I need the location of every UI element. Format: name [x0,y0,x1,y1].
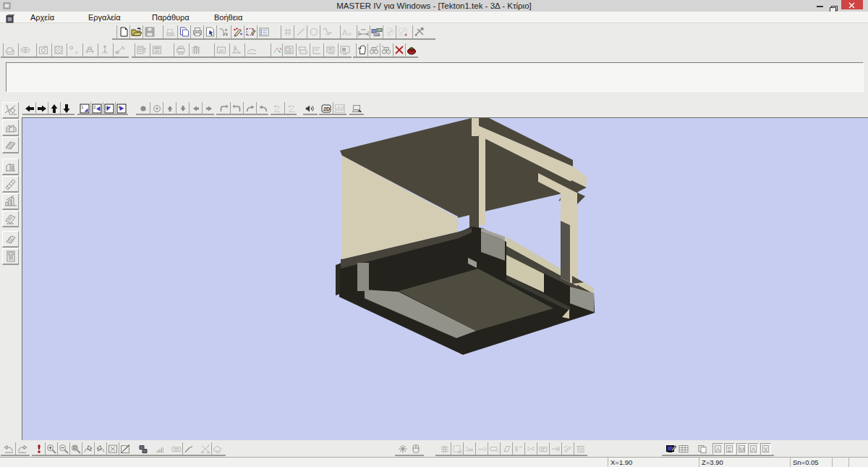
svg-text:30: 30 [219,49,224,53]
svg-text:2D: 2D [323,106,330,112]
svg-text:3: 3 [106,105,109,109]
svg-text:2: 2 [94,105,96,109]
svg-text:CAD: CAD [167,33,175,37]
svg-text:A: A [342,28,348,37]
svg-text:a: a [348,30,352,37]
svg-text:4: 4 [119,105,121,109]
svg-text:,o: ,o [75,50,79,54]
svg-text:1: 1 [81,105,83,109]
svg-text:OLE: OLE [375,33,380,37]
